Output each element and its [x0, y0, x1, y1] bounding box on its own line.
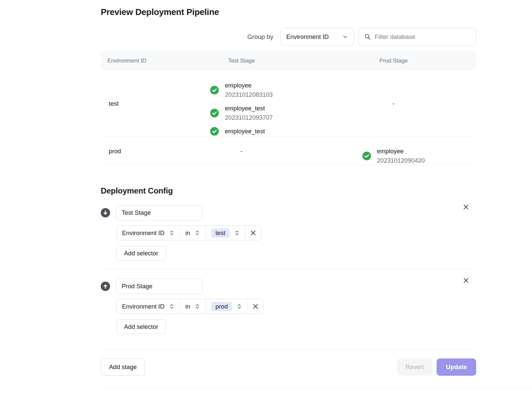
selector-key-label: Environment ID	[122, 229, 165, 237]
selector-key-select[interactable]: Environment ID	[117, 226, 180, 240]
deployment-entry: employee_test 20231012093707	[210, 104, 273, 122]
check-circle-icon	[210, 109, 219, 117]
database-name: employee	[377, 147, 425, 156]
chevron-down-icon	[342, 34, 348, 40]
test-stage-cell: employee 20231012083103 employee_test 20…	[172, 81, 311, 136]
group-by-select[interactable]: Environment ID	[280, 28, 354, 46]
selector-key-select[interactable]: Environment ID	[117, 299, 180, 314]
selector-value-select[interactable]: prod	[205, 299, 247, 314]
remove-selector-button[interactable]	[247, 299, 263, 314]
add-selector-button[interactable]: Add selector	[116, 319, 166, 334]
check-circle-icon	[210, 86, 219, 94]
close-icon	[252, 303, 259, 310]
selector-key-label: Environment ID	[122, 303, 165, 310]
chevron-up-down-icon	[236, 304, 242, 309]
update-button[interactable]: Update	[437, 358, 476, 376]
toolbar: Group by Environment ID	[101, 28, 476, 46]
selector: Environment ID in prod	[116, 299, 264, 314]
selector-operator-select[interactable]: in	[180, 226, 205, 240]
chevron-up-down-icon	[169, 230, 175, 236]
revert-button[interactable]: Revert	[397, 358, 433, 376]
remove-stage-button[interactable]	[462, 203, 469, 210]
chevron-up-down-icon	[234, 230, 240, 236]
check-circle-icon	[362, 152, 371, 160]
footer-actions: Add stage Revert Update	[101, 358, 476, 376]
pipeline-table-header: Environment ID Test Stage Prod Stage	[101, 51, 476, 70]
stage-config-prod: Environment ID in prod Add selector	[101, 279, 476, 334]
arrow-up-circle-icon	[101, 282, 110, 291]
footer-divider	[101, 350, 476, 350]
schema-version: 20231012090420	[377, 156, 425, 165]
selector-operator-select[interactable]: in	[180, 299, 205, 314]
deployment-entry: employee 20231012083103	[210, 81, 273, 99]
arrow-down-circle-icon	[101, 208, 110, 217]
chevron-up-down-icon	[195, 304, 200, 309]
column-header-environment-id: Environment ID	[101, 58, 172, 64]
table-row-test: test employee 20231012083103 employee_te…	[101, 70, 476, 137]
table-row-prod: prod - employee 20231012090420	[101, 137, 476, 165]
chevron-up-down-icon	[195, 230, 200, 236]
environment-id-cell: prod	[101, 148, 172, 155]
database-filter-input[interactable]	[375, 33, 470, 41]
database-name: employee_test	[225, 127, 265, 136]
selector: Environment ID in test	[116, 225, 261, 240]
close-icon	[463, 204, 469, 210]
stage-config-test: Environment ID in test Add selector	[101, 205, 476, 261]
group-by-label: Group by	[247, 33, 273, 41]
deployment-entry: employee_test	[210, 127, 265, 136]
column-header-prod-stage: Prod Stage	[311, 58, 476, 64]
pipeline-table: Environment ID Test Stage Prod Stage tes…	[101, 51, 476, 165]
selector-value-tag: test	[211, 228, 230, 238]
selector-value-select[interactable]: test	[205, 226, 245, 240]
close-icon	[463, 277, 469, 284]
bottom-divider	[101, 388, 532, 389]
search-icon	[364, 33, 371, 40]
check-circle-icon	[210, 127, 219, 136]
add-stage-button[interactable]: Add stage	[101, 358, 145, 376]
test-stage-cell-empty: -	[172, 148, 311, 155]
page-title: Preview Deployment Pipeline	[101, 7, 476, 17]
stage-divider	[101, 269, 476, 269]
selector-value-tag: prod	[211, 302, 232, 311]
chevron-up-down-icon	[169, 304, 175, 309]
add-selector-button[interactable]: Add selector	[116, 246, 166, 261]
prod-stage-cell: employee 20231012090420	[311, 147, 476, 165]
column-header-test-stage: Test Stage	[172, 58, 311, 64]
database-filter	[358, 28, 476, 46]
schema-version: 20231012083103	[225, 90, 273, 99]
deployment-entry: employee 20231012090420	[362, 147, 425, 165]
deployment-config-title: Deployment Config	[101, 186, 476, 196]
schema-version: 20231012093707	[225, 113, 273, 122]
stage-name-input[interactable]	[116, 279, 203, 294]
selector-operator-label: in	[186, 229, 190, 237]
group-by-selected-value: Environment ID	[286, 33, 329, 41]
environment-id-cell: test	[101, 100, 172, 107]
close-icon	[250, 230, 256, 236]
prod-stage-cell-empty: -	[311, 100, 476, 107]
selector-operator-label: in	[186, 303, 190, 310]
remove-selector-button[interactable]	[245, 226, 261, 240]
database-name: employee_test	[225, 104, 273, 113]
database-name: employee	[225, 81, 273, 90]
stage-name-input[interactable]	[116, 205, 203, 220]
main-content: Preview Deployment Pipeline Group by Env…	[101, 0, 476, 376]
remove-stage-button[interactable]	[462, 277, 469, 284]
